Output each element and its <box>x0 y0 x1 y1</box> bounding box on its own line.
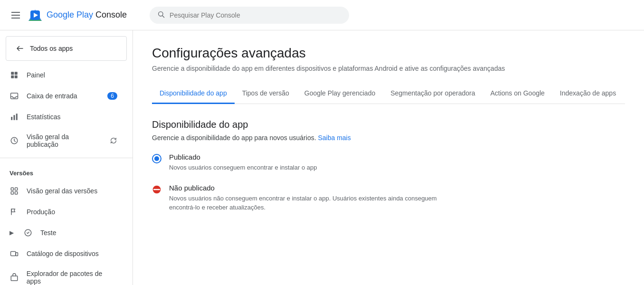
sidebar-item-producao[interactable]: Produção <box>0 201 127 222</box>
expand-arrow-icon: ▶ <box>9 229 14 236</box>
sidebar-item-caixa[interactable]: Caixa de entrada 6 <box>0 86 127 106</box>
sidebar-label-estatisticas: Estatísticas <box>27 113 61 121</box>
search-bar[interactable] <box>150 7 349 24</box>
tab-segmentacao[interactable]: Segmentação por operadora <box>383 84 483 104</box>
logo-icon <box>28 8 43 23</box>
radio-nao-publicado-content: Não publicado Novos usuários não consegu… <box>169 184 454 212</box>
section-title: Disponibilidade do app <box>152 119 625 130</box>
sidebar-item-painel[interactable]: Painel <box>0 65 127 86</box>
topbar: Google Play Console <box>0 0 644 30</box>
svg-line-9 <box>162 16 164 18</box>
tab-google-play-gerenciado[interactable]: Google Play gerenciado <box>297 84 383 104</box>
test-icon <box>23 228 33 238</box>
svg-rect-12 <box>11 76 14 78</box>
sidebar-item-visao-versoes[interactable]: Visão geral das versões <box>0 180 127 201</box>
radio-nao-publicado-circle[interactable] <box>152 185 161 194</box>
sidebar-item-visao-publicacao[interactable]: Visão geral da publicação <box>0 127 127 154</box>
radio-nao-publicado-label: Não publicado <box>169 184 454 192</box>
svg-rect-15 <box>11 117 12 120</box>
logo-text: Google Play Console <box>47 10 127 20</box>
bar-chart-icon <box>9 112 19 122</box>
svg-rect-26 <box>16 253 18 256</box>
inbox-badge: 6 <box>107 92 117 100</box>
sidebar-label-explorador: Explorador de pacotes de apps <box>27 270 117 285</box>
sidebar-item-explorador[interactable]: Explorador de pacotes de apps <box>0 264 127 285</box>
svg-rect-25 <box>11 252 16 256</box>
sidebar-label-visao-versoes: Visão geral das versões <box>27 187 97 195</box>
svg-rect-17 <box>16 114 18 120</box>
radio-nao-publicado[interactable]: Não publicado Novos usuários não consegu… <box>152 184 625 212</box>
tabs-bar: Disponibilidade do app Tipos de versão G… <box>152 84 625 104</box>
svg-rect-27 <box>11 276 18 281</box>
radio-publicado-label: Publicado <box>169 153 317 161</box>
svg-rect-1 <box>11 15 20 16</box>
radio-publicado-circle[interactable] <box>152 154 161 163</box>
sidebar-item-teste[interactable]: ▶ Teste <box>0 222 127 243</box>
svg-rect-10 <box>11 72 14 75</box>
radio-nao-publicado-desc: Novos usuários não conseguem encontrar e… <box>169 194 454 212</box>
back-to-all-apps[interactable]: Todos os apps <box>6 36 127 61</box>
tab-indexacao[interactable]: Indexação de apps <box>552 84 624 104</box>
sync-icon <box>110 137 117 144</box>
tab-actions-google[interactable]: Actions on Google <box>483 84 552 104</box>
svg-rect-20 <box>15 188 18 190</box>
sidebar-label-catalogo: Catálogo de dispositivos <box>27 250 99 257</box>
tab-tipos-versao[interactable]: Tipos de versão <box>235 84 297 104</box>
page-subtitle: Gerencie a disponibilidade do app em dif… <box>152 65 625 72</box>
svg-rect-19 <box>11 188 13 190</box>
versions-icon <box>9 186 19 196</box>
saiba-mais-link[interactable]: Saiba mais <box>318 134 350 142</box>
sidebar: Todos os apps Painel Caixa de entrada 6 … <box>0 30 133 285</box>
sidebar-item-estatisticas[interactable]: Estatísticas <box>0 106 127 127</box>
package-icon <box>9 273 19 282</box>
no-entry-icon <box>152 185 161 194</box>
search-icon <box>157 10 165 20</box>
radio-publicado-content: Publicado Novos usuários conseguem encon… <box>169 153 317 172</box>
menu-icon[interactable] <box>8 7 24 23</box>
inbox-icon <box>9 91 19 101</box>
sidebar-item-catalogo[interactable]: Catálogo de dispositivos <box>0 243 127 264</box>
svg-rect-21 <box>11 192 13 194</box>
logo-area: Google Play Console <box>28 8 127 23</box>
versoes-section-title: Versões <box>0 162 133 180</box>
svg-rect-13 <box>15 76 18 78</box>
sidebar-label-painel: Painel <box>27 71 45 79</box>
radio-publicado[interactable]: Publicado Novos usuários conseguem encon… <box>152 153 625 172</box>
radio-publicado-desc: Novos usuários conseguem encontrar e ins… <box>169 163 317 172</box>
clock-icon <box>9 136 19 145</box>
svg-rect-22 <box>15 192 18 194</box>
main-content: Configurações avançadas Gerencie a dispo… <box>133 30 644 285</box>
svg-rect-0 <box>11 12 20 13</box>
svg-rect-11 <box>15 72 18 75</box>
search-input[interactable] <box>170 11 341 19</box>
devices-icon <box>9 249 19 258</box>
main-layout: Todos os apps Painel Caixa de entrada 6 … <box>0 30 644 285</box>
tab-disponibilidade[interactable]: Disponibilidade do app <box>152 84 235 104</box>
page-title: Configurações avançadas <box>152 46 625 61</box>
section-subtitle: Gerencie a disponibilidade do app para n… <box>152 134 625 142</box>
sidebar-divider <box>0 158 133 158</box>
svg-rect-2 <box>11 18 20 19</box>
flag-icon <box>9 207 19 217</box>
sidebar-label-teste: Teste <box>40 229 56 237</box>
svg-rect-16 <box>14 115 15 120</box>
sidebar-label-producao: Produção <box>27 208 55 216</box>
sidebar-label-caixa: Caixa de entrada <box>27 92 77 100</box>
back-arrow-icon <box>16 44 24 53</box>
sidebar-label-visao-publicacao: Visão geral da publicação <box>27 133 102 148</box>
grid-icon <box>9 70 19 80</box>
